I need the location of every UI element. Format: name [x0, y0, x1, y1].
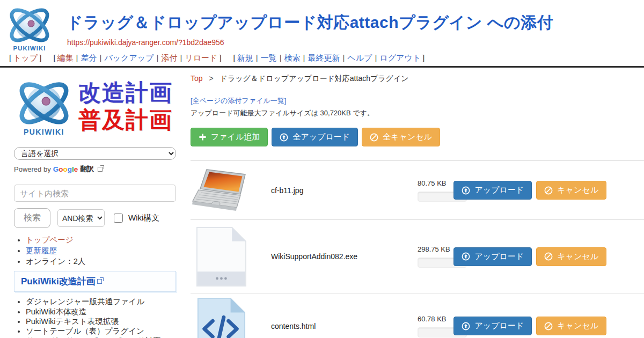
sidebar-item-sort-table[interactable]: ソートテーブル（表）プラグイン [26, 327, 144, 335]
file-size: 298.75 KB [418, 245, 450, 253]
cancel-all-label: 全キャンセル [383, 132, 432, 142]
breadcrumb-home[interactable]: Top [191, 74, 203, 83]
cancel-button[interactable]: キャンセル [536, 317, 606, 335]
search-mode-select[interactable]: AND検索 [57, 209, 105, 227]
page-url-link[interactable]: https://pukiwiki.dajya-ranger.com/?1bd2d… [67, 38, 224, 47]
nav-bracket: [ [53, 53, 55, 62]
ban-circle-icon [544, 186, 553, 195]
nav-item-edit[interactable]: 編集 [57, 53, 74, 62]
file-size: 80.75 KB [418, 179, 447, 187]
logo-line-kaizo: 改造計画 [78, 79, 173, 106]
upload-button[interactable]: アップロード [453, 317, 532, 335]
upload-all-label: 全アップロード [292, 132, 350, 142]
site-search-input[interactable] [14, 185, 176, 202]
sidebar-item-text-ext[interactable]: PukiWikiテキスト表現拡張 [26, 317, 119, 326]
sidebar-item-core-mod[interactable]: PukiWiki本体改造 [26, 307, 87, 316]
upload-all-button[interactable]: 全アップロード [272, 128, 358, 146]
nav-item-search[interactable]: 検索 [284, 53, 301, 62]
upload-button-label: アップロード [474, 252, 524, 262]
translate-link[interactable]: 翻訳 [80, 164, 94, 174]
plus-icon [199, 133, 207, 141]
nav-item-help[interactable]: ヘルプ [347, 53, 372, 62]
breadcrumb: Top > ドラッグ＆ドロップアップロード対応attachプラグイン [191, 74, 644, 84]
nav-group-top: [トップ] [8, 53, 43, 62]
generic-file-icon [195, 225, 248, 288]
upload-file-list: cf-b11.jpg 80.75 KB アップロード キャンセル [191, 160, 644, 338]
nav-separator: | [157, 53, 159, 62]
nav-separator: | [180, 53, 182, 62]
nav-item-recent[interactable]: 最終更新 [308, 53, 340, 62]
google-logo: Google [53, 165, 78, 173]
file-name: cf-b11.jpg [252, 186, 418, 195]
nav-separator: | [99, 53, 101, 62]
upload-button-label: アップロード [474, 185, 524, 195]
nav-bracket: ] [422, 53, 425, 62]
pukiwiki-atom-icon: PUKIWIKI [14, 75, 74, 137]
cancel-all-button[interactable]: 全キャンセル [362, 128, 440, 146]
google-translate-credit: Powered by Google 翻訳 [14, 164, 185, 174]
sidebar-plugin-links: ダジャレンジャー版共通ファイル PukiWiki本体改造 PukiWikiテキス… [14, 297, 181, 338]
nav-separator: | [342, 53, 345, 62]
nav-bracket: ] [39, 53, 41, 62]
file-name: contents.html [252, 322, 418, 330]
file-row: WikiSupportAddin082.exe 298.75 KB アップロード… [191, 220, 644, 293]
wiki-syntax-checkbox[interactable] [114, 214, 123, 223]
nav-bracket: [ [233, 53, 236, 62]
cancel-button-label: キャンセル [557, 321, 598, 331]
sidebar-quick-links: トップページ 更新履歴 オンライン：2人 [14, 236, 185, 266]
sidebar-item-history[interactable]: 更新履歴 [26, 246, 57, 255]
section-title-text: PukiWiki改造計画 [21, 275, 96, 288]
file-row: contents.html 60.78 KB アップロード キャンセル [191, 293, 644, 338]
nav-bracket: [ [9, 53, 11, 62]
list-item: 更新履歴 [26, 246, 185, 255]
nav-item-top[interactable]: トップ [13, 53, 38, 62]
add-files-label: ファイル追加 [211, 132, 260, 142]
upload-button[interactable]: アップロード [453, 181, 532, 200]
breadcrumb-current: ドラッグ＆ドロップアップロード対応attachプラグイン [220, 74, 409, 83]
search-button[interactable]: 検索 [14, 208, 50, 228]
sidebar: PUKIWIKI 改造計画 普及計画 言語を選択 Powered by Goog… [0, 68, 185, 338]
upload-button[interactable]: アップロード [453, 247, 532, 266]
laptop-photo-thumbnail [192, 168, 252, 212]
max-upload-size-text: アップロード可能最大ファイルサイズは 30,720KB です。 [191, 108, 644, 118]
list-item: ソートテーブル（表）プラグイン [26, 327, 181, 335]
nav-item-list[interactable]: 一覧 [261, 53, 277, 62]
nav-item-new[interactable]: 新規 [237, 53, 253, 62]
logo-wordmark: PUKIWIKI [24, 128, 64, 136]
language-select[interactable]: 言語を選択 [14, 147, 176, 160]
list-item: PukiWiki本体改造 [26, 307, 181, 316]
cancel-button[interactable]: キャンセル [536, 247, 606, 266]
list-item: オンライン：2人 [26, 257, 185, 266]
list-item: トップページ [26, 236, 185, 245]
list-item: PukiWikiテキスト表現拡張 [26, 317, 181, 326]
list-item: ダジャレンジャー版共通ファイル [26, 297, 181, 306]
nav-item-diff[interactable]: 差分 [80, 53, 97, 62]
nav-item-attach[interactable]: 添付 [161, 53, 177, 62]
main-content: Top > ドラッグ＆ドロップアップロード対応attachプラグイン [全ページ… [185, 68, 644, 338]
breadcrumb-separator: > [209, 74, 213, 83]
sidebar-logo[interactable]: PUKIWIKI 改造計画 普及計画 [14, 75, 185, 137]
sidebar-item-toppage[interactable]: トップページ [26, 236, 74, 244]
nav-item-backup[interactable]: バックアップ [104, 53, 153, 62]
nav-separator: | [303, 53, 305, 62]
ban-circle-icon [370, 133, 378, 142]
logo-wordmark: PUKIWIKI [13, 45, 46, 52]
sidebar-item-common-files[interactable]: ダジャレンジャー版共通ファイル [26, 297, 144, 306]
cancel-button[interactable]: キャンセル [536, 181, 606, 200]
sidebar-section-title[interactable]: PukiWiki改造計画 [14, 271, 176, 292]
all-attachments-link[interactable]: [全ページの添付ファイル一覧] [191, 96, 286, 106]
nav-item-reload[interactable]: リロード [185, 53, 217, 62]
upload-circle-icon [462, 186, 470, 195]
pukiwiki-logo-icon[interactable]: PUKIWIKI [5, 3, 54, 53]
powered-by-label: Powered by [14, 165, 51, 173]
sidebar-logo-text: 改造計画 普及計画 [78, 79, 173, 134]
online-status: オンライン：2人 [26, 257, 85, 266]
file-size: 60.78 KB [418, 315, 447, 323]
cancel-button-label: キャンセル [557, 252, 598, 262]
nav-item-logout[interactable]: ログアウト [379, 53, 421, 62]
html-code-file-icon [196, 297, 246, 338]
nav-group-page: [編集|差分|バックアップ|添付|リロード] [52, 53, 223, 62]
file-row: cf-b11.jpg 80.75 KB アップロード キャンセル [191, 161, 644, 220]
add-files-button[interactable]: ファイル追加 [191, 128, 268, 146]
wiki-syntax-label: Wiki構文 [128, 213, 159, 223]
